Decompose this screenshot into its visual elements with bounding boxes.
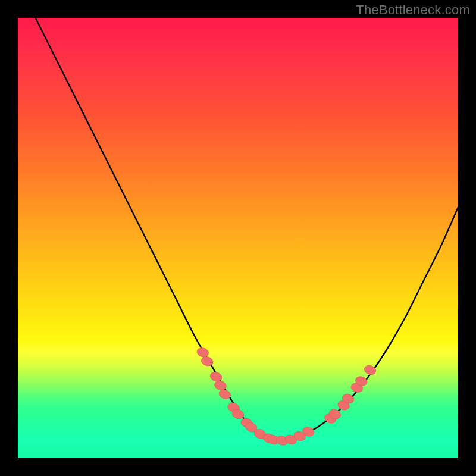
- chart-frame: TheBottleneck.com: [0, 0, 476, 476]
- chart-svg: [18, 18, 458, 458]
- chart-plot-area: [18, 18, 458, 458]
- bottleneck-curve: [36, 18, 458, 441]
- marker-dot: [363, 364, 377, 376]
- highlight-markers: [196, 346, 377, 446]
- watermark-text: TheBottleneck.com: [356, 2, 470, 18]
